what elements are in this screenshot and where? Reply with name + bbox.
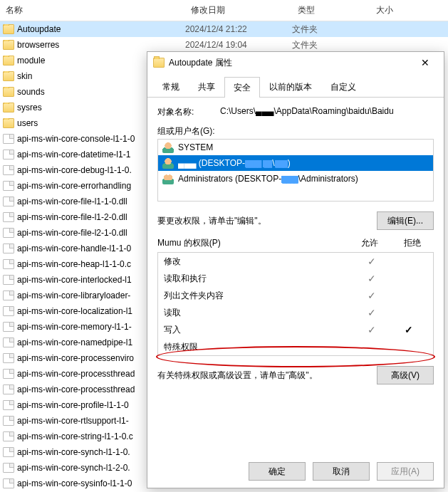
folder-icon [153,58,165,68]
folder-icon [3,56,14,66]
folder-icon [3,103,14,112]
col-date[interactable]: 修改日期 [185,4,292,16]
tab-0[interactable]: 常规 [153,76,189,97]
permission-row: 读取✓ [158,304,433,321]
file-icon [3,478,14,488]
file-type: 文件夹 [292,39,370,51]
principal-row[interactable]: ▄▄▄ (DESKTOP-██████\███) [158,155,433,171]
allow-check: ✓ [353,256,390,267]
file-icon [3,322,14,332]
file-name: skin [17,71,32,81]
tab-2[interactable]: 安全 [224,77,260,98]
principal-label: Administrators (DESKTOP-████\Administrat… [178,174,358,184]
folder-icon [3,24,14,34]
user-icon [162,157,174,169]
file-icon [3,384,14,394]
ok-button[interactable]: 确定 [249,462,306,481]
permission-row: 列出文件夹内容✓ [158,287,433,304]
file-icon [3,306,14,316]
permission-name: 修改 [164,256,353,268]
file-name: api-ms-win-core-sysinfo-l1-1-0 [17,478,132,488]
principal-row[interactable]: Administrators (DESKTOP-████\Administrat… [158,171,433,187]
file-name: api-ms-win-core-errorhandling [17,181,131,191]
object-name-value: C:\Users\▄▄▄\AppData\Roaming\baidu\Baidu [220,106,434,116]
tab-3[interactable]: 以前的版本 [260,76,321,97]
permission-name: 列出文件夹内容 [164,290,353,302]
file-icon [3,244,14,253]
perm-allow-header: 允许 [348,237,391,249]
allow-check: ✓ [353,307,390,318]
user-icon [162,142,174,153]
col-type[interactable]: 类型 [292,4,370,16]
security-tab-page: 对象名称: C:\Users\▄▄▄\AppData\Roaming\baidu… [147,98,444,390]
list-item[interactable]: Autoupdate2024/12/4 21:22文件夹 [0,21,448,37]
permission-row: 读取和执行✓ [158,270,433,287]
file-icon [3,353,14,363]
file-icon [3,150,14,159]
deny-check: ✓ [390,324,427,335]
list-item[interactable]: browserres2024/12/4 19:04文件夹 [0,37,448,53]
file-name: api-ms-win-core-profile-l1-1-0 [17,400,129,410]
tab-1[interactable]: 共享 [189,76,224,97]
file-icon [3,228,14,238]
file-name: api-ms-win-core-processthread [17,369,135,379]
file-name: api-ms-win-core-memory-l1-1- [17,322,132,332]
principals-list[interactable]: SYSTEM▄▄▄ (DESKTOP-██████\███)Administra… [157,139,434,201]
group-icon [162,173,174,184]
apply-button[interactable]: 应用(A) [377,462,434,481]
col-name[interactable]: 名称 [0,4,185,16]
file-name: api-ms-win-core-file-l1-2-0.dll [17,212,127,222]
allow-check: ✓ [353,324,390,335]
file-name: users [17,118,38,128]
perm-deny-header: 拒绝 [391,237,434,249]
file-name: module [17,56,45,66]
principal-row[interactable]: SYSTEM [158,140,433,155]
folder-icon [3,87,14,97]
principal-label: SYSTEM [178,142,213,152]
permission-row: 特殊权限 [158,338,433,355]
file-name: sounds [17,87,45,97]
file-icon [3,431,14,441]
folder-icon [3,71,14,81]
file-name: api-ms-win-core-handle-l1-1-0 [17,244,131,253]
permission-name: 特殊权限 [164,341,353,353]
file-icon [3,181,14,191]
file-name: sysres [17,103,42,112]
file-date: 2024/12/4 21:22 [185,24,292,34]
file-name: api-ms-win-core-datetime-l1-1 [17,150,130,159]
file-icon [3,463,14,473]
object-name-label: 对象名称: [157,106,220,118]
permission-row: 写入✓✓ [158,321,433,338]
file-name: api-ms-win-core-debug-l1-1-0. [17,165,132,175]
file-type: 文件夹 [292,23,370,36]
edit-button[interactable]: 编辑(E)... [377,211,434,230]
folder-icon [3,40,14,50]
cancel-button[interactable]: 取消 [313,462,370,481]
advanced-button[interactable]: 高级(V) [377,366,434,384]
dialog-titlebar[interactable]: Autoupdate 属性 ✕ [147,52,444,73]
file-icon [3,212,14,222]
file-icon [3,416,14,426]
file-icon [3,369,14,379]
permission-name: 写入 [164,324,353,336]
col-size[interactable]: 大小 [370,4,427,16]
file-icon [3,400,14,410]
file-name: api-ms-win-core-processthread [17,384,135,394]
allow-check: ✓ [353,273,390,284]
file-icon [3,291,14,300]
edit-hint: 要更改权限，请单击"编辑"。 [157,215,266,227]
file-name: api-ms-win-core-console-l1-1-0 [17,134,135,144]
allow-check: ✓ [353,290,390,301]
file-name: api-ms-win-core-libraryloader- [17,291,130,300]
perm-header-label: Mumu 的权限(P) [157,237,348,249]
file-date: 2024/12/4 19:04 [185,40,292,50]
file-name: api-ms-win-core-rtlsupport-l1- [17,416,129,426]
file-name: api-ms-win-core-interlocked-l1 [17,275,132,285]
permission-row: 修改✓ [158,253,433,270]
tab-4[interactable]: 自定义 [321,76,365,97]
file-name: api-ms-win-core-namedpipe-l1 [17,337,132,347]
close-button[interactable]: ✕ [411,53,439,73]
tab-strip: 常规共享安全以前的版本自定义 [147,73,444,98]
file-name: api-ms-win-core-localization-l1 [17,306,132,316]
file-icon [3,165,14,175]
